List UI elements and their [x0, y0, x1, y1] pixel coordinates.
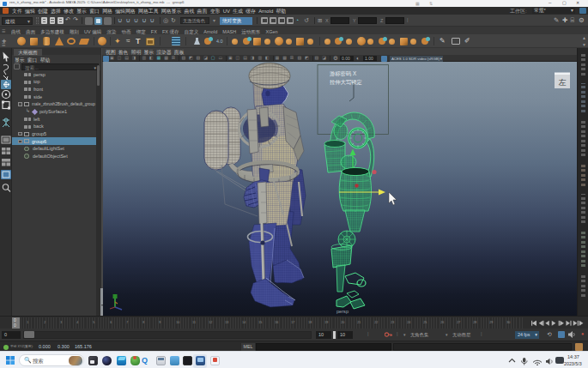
svg-text:左: 左 — [559, 78, 567, 87]
svg-text:persp: persp — [336, 309, 349, 314]
svg-text:游标密码 X: 游标密码 X — [330, 70, 357, 77]
svg-text:拉伸大写锁定: 拉伸大写锁定 — [330, 79, 362, 86]
